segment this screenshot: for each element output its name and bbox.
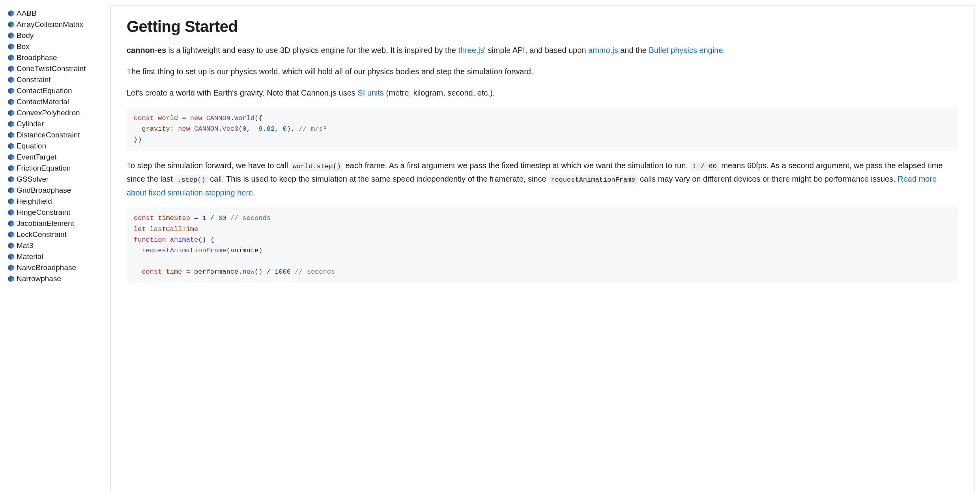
cube-icon <box>8 187 14 193</box>
cube-icon <box>8 10 14 17</box>
sidebar-item-label: GridBroadphase <box>17 186 71 195</box>
intro-paragraph-2: The first thing to set up is our physics… <box>127 65 958 78</box>
cube-icon <box>8 254 14 260</box>
sidebar-item-conetwistconstraint[interactable]: ConeTwistConstraint <box>8 63 110 74</box>
step-paragraph: To step the simulation forward, we have … <box>127 159 958 200</box>
cube-icon <box>8 276 14 282</box>
sidebar: AABBArrayCollisionMatrixBodyBoxBroadphas… <box>0 0 110 492</box>
cube-icon <box>8 143 14 149</box>
sidebar-item-label: NaiveBroadphase <box>17 263 76 272</box>
cube-icon <box>8 32 14 39</box>
sidebar-item-aabb[interactable]: AABB <box>8 8 110 19</box>
sidebar-item-label: LockConstraint <box>17 230 67 239</box>
link-si-units[interactable]: SI units <box>357 88 384 97</box>
sidebar-item-hingeconstraint[interactable]: HingeConstraint <box>8 207 110 218</box>
sidebar-item-distanceconstraint[interactable]: DistanceConstraint <box>8 130 110 141</box>
sidebar-item-label: ContactMaterial <box>17 98 69 106</box>
intro-paragraph-3: Let's create a world with Earth's gravit… <box>127 86 958 100</box>
cube-icon <box>8 220 14 227</box>
cube-icon <box>8 88 14 94</box>
sidebar-item-label: Equation <box>17 142 46 150</box>
cube-icon <box>8 209 14 216</box>
sidebar-item-convexpolyhedron[interactable]: ConvexPolyhedron <box>8 107 110 118</box>
page-title: Getting Started <box>127 18 958 36</box>
code-timestep: 1 / 60 <box>690 162 719 171</box>
sidebar-item-label: Material <box>17 252 43 261</box>
sidebar-item-lockconstraint[interactable]: LockConstraint <box>8 229 110 240</box>
cube-icon <box>8 132 14 138</box>
link-bullet[interactable]: Bullet physics engine <box>649 46 723 54</box>
cube-icon <box>8 265 14 271</box>
cube-icon <box>8 54 14 61</box>
sidebar-item-cylinder[interactable]: Cylinder <box>8 118 110 130</box>
lib-name: cannon-es <box>127 46 166 54</box>
sidebar-item-label: EventTarget <box>17 153 56 161</box>
sidebar-item-contactequation[interactable]: ContactEquation <box>8 85 110 96</box>
sidebar-item-label: Broadphase <box>17 53 57 62</box>
code-raf: requestAnimationFrame <box>548 175 638 184</box>
sidebar-item-jacobianelement[interactable]: JacobianElement <box>8 218 110 229</box>
sidebar-item-mat3[interactable]: Mat3 <box>8 240 110 251</box>
sidebar-item-label: Body <box>17 31 34 40</box>
sidebar-item-label: DistanceConstraint <box>17 131 80 139</box>
cube-icon <box>8 66 14 72</box>
cube-icon <box>8 21 14 28</box>
sidebar-item-box[interactable]: Box <box>8 41 110 52</box>
sidebar-item-heightfield[interactable]: Heightfield <box>8 196 110 207</box>
sidebar-item-constraint[interactable]: Constraint <box>8 74 110 85</box>
sidebar-item-label: FrictionEquation <box>17 164 71 173</box>
sidebar-item-material[interactable]: Material <box>8 251 110 262</box>
cube-icon <box>8 154 14 160</box>
intro-paragraph-1: cannon-es is a lightweight and easy to u… <box>127 43 958 57</box>
sidebar-item-broadphase[interactable]: Broadphase <box>8 52 110 63</box>
link-threejs[interactable]: three.js <box>458 46 484 54</box>
cube-icon <box>8 121 14 127</box>
cube-icon <box>8 99 14 105</box>
sidebar-item-label: ArrayCollisionMatrix <box>17 20 83 29</box>
sidebar-item-label: ContactEquation <box>17 86 72 95</box>
sidebar-item-label: GSSolver <box>17 175 49 184</box>
sidebar-item-label: AABB <box>17 9 37 18</box>
cube-icon <box>8 165 14 171</box>
sidebar-item-eventtarget[interactable]: EventTarget <box>8 152 110 163</box>
sidebar-item-label: HingeConstraint <box>17 208 70 217</box>
sidebar-item-label: JacobianElement <box>17 219 74 228</box>
cube-icon <box>8 242 14 249</box>
sidebar-item-narrowphase[interactable]: Narrowphase <box>8 273 110 284</box>
sidebar-item-gridbroadphase[interactable]: GridBroadphase <box>8 185 110 196</box>
sidebar-item-label: Heightfield <box>17 197 52 206</box>
sidebar-item-contactmaterial[interactable]: ContactMaterial <box>8 96 110 107</box>
sidebar-item-label: Narrowphase <box>17 274 61 283</box>
sidebar-item-label: Cylinder <box>17 120 44 128</box>
sidebar-item-label: Box <box>17 42 30 51</box>
cube-icon <box>8 43 14 50</box>
sidebar-item-body[interactable]: Body <box>8 30 110 41</box>
sidebar-item-label: ConeTwistConstraint <box>17 64 86 73</box>
cube-icon <box>8 110 14 116</box>
sidebar-item-naivebroadphase[interactable]: NaiveBroadphase <box>8 262 110 273</box>
code-step: .step() <box>175 175 208 184</box>
sidebar-item-gssolver[interactable]: GSSolver <box>8 174 110 185</box>
main-content: Getting Started cannon-es is a lightweig… <box>110 6 974 492</box>
cube-icon <box>8 198 14 205</box>
link-ammojs[interactable]: ammo.js <box>588 46 618 54</box>
sidebar-item-arraycollisionmatrix[interactable]: ArrayCollisionMatrix <box>8 19 110 30</box>
code-world-step: world.step() <box>290 162 343 171</box>
code-block-world: const world = new CANNON.World({ gravity… <box>127 107 958 151</box>
cube-icon <box>8 231 14 238</box>
sidebar-item-label: Constraint <box>17 75 51 84</box>
sidebar-item-label: ConvexPolyhedron <box>17 109 80 117</box>
cube-icon <box>8 77 14 83</box>
cube-icon <box>8 176 14 182</box>
code-block-animate: const timeStep = 1 / 60 // seconds let l… <box>127 207 958 283</box>
sidebar-item-frictionequation[interactable]: FrictionEquation <box>8 163 110 174</box>
sidebar-item-equation[interactable]: Equation <box>8 141 110 152</box>
sidebar-item-label: Mat3 <box>17 241 33 250</box>
